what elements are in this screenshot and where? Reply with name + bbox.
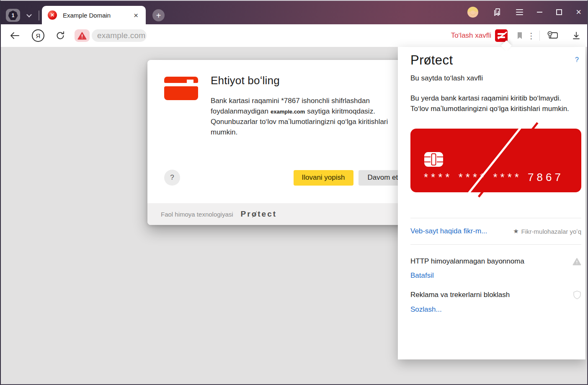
refresh-icon[interactable] (55, 30, 66, 41)
masked-card-number: **** **** **** 7867 (424, 171, 564, 184)
dialog-domain: example.com (271, 109, 305, 115)
bookmark-icon[interactable] (516, 31, 524, 40)
http-warning-icon (573, 258, 581, 266)
chevron-down-icon[interactable] (26, 12, 32, 18)
more-options-icon[interactable]: ⋮ (527, 31, 535, 41)
star-icon: ★ (513, 227, 518, 235)
panel-divider (410, 218, 581, 218)
close-app-button[interactable]: Ilovani yopish (294, 170, 353, 186)
bookmarks-collections-icon[interactable] (492, 7, 502, 17)
protect-warning-dialog: Ehtiyot boʻling Bank kartasi raqamini *7… (147, 60, 424, 225)
card-chip-icon (424, 152, 444, 167)
url-text: example.com (97, 31, 145, 40)
address-bar[interactable]: example.com (92, 29, 147, 42)
site-danger-badge[interactable] (75, 29, 90, 42)
credit-card-icon (164, 77, 198, 100)
ads-section-title: Reklama va trekerlarni bloklash (410, 291, 510, 299)
site-feedback-link[interactable]: Veb-sayt haqida fikr-m... (410, 227, 487, 235)
dialog-footer: Faol himoya texnologiyasi Protect (147, 203, 424, 225)
dialog-body: Bank kartasi raqamini *7867 ishonchli sh… (211, 96, 408, 137)
tab-counter-value: 1 (8, 10, 18, 20)
protect-shield-icon[interactable] (495, 29, 508, 42)
error-favicon-icon: ✕ (48, 10, 57, 20)
window-maximize-button[interactable] (556, 9, 562, 15)
protect-logo: Protect (241, 209, 277, 219)
tab-close-icon[interactable]: × (132, 10, 140, 20)
new-tab-button[interactable]: + (152, 9, 165, 21)
dialog-title: Ehtiyot boʻling (211, 74, 416, 87)
tab-group-control[interactable]: 1 (6, 9, 39, 22)
toolbar-divider (539, 31, 540, 41)
panel-divider (410, 244, 581, 245)
adblock-settings-link[interactable]: Sozlash... (410, 305, 442, 314)
title-bar: 1 ✕ Example Domain × + × (0, 0, 588, 24)
window-close-button[interactable]: × (576, 8, 581, 17)
adblock-shield-icon (573, 290, 581, 300)
protect-tagline: Faol himoya texnologiyasi (161, 211, 233, 218)
download-icon[interactable] (571, 31, 581, 41)
payment-danger-label: Toʻlash xavfli (451, 31, 491, 40)
bank-card-image: **** **** **** 7867 (410, 129, 581, 192)
menu-icon[interactable] (516, 9, 523, 15)
panel-status-text: Bu saytda toʻlash xavfli (410, 74, 581, 83)
window-minimize-button[interactable] (537, 12, 542, 13)
browser-toolbar: Я example.com Toʻlash xavfli ⋮ (0, 24, 588, 47)
dialog-help-button[interactable]: ? (164, 170, 180, 186)
http-details-link[interactable]: Batafsil (410, 271, 434, 280)
panel-help-link[interactable]: ? (575, 56, 579, 64)
http-section-title: HTTP himoyalanmagan bayonnoma (410, 257, 524, 266)
protect-panel: Protect ? Bu saytda toʻlash xavfli Bu ye… (398, 47, 585, 359)
yandex-home-icon[interactable]: Я (32, 29, 44, 42)
back-icon[interactable] (9, 31, 20, 41)
tab-counter-badge[interactable]: 1 (6, 9, 20, 22)
tab-title: Example Domain (57, 12, 132, 19)
extensions-icon[interactable] (545, 29, 560, 42)
profile-avatar[interactable] (467, 7, 478, 18)
panel-protect-logo: Protect (410, 53, 453, 68)
warning-triangle-icon (77, 32, 87, 40)
feedback-status: ★Fikr-mulohazalar yoʻq (513, 227, 581, 235)
panel-description: Bu yerda bank kartasi raqamini kiritib b… (410, 93, 580, 114)
titlebar-divider (39, 10, 39, 21)
browser-tab[interactable]: ✕ Example Domain × (42, 6, 146, 24)
blocked-card-illustration: **** **** **** 7867 (410, 129, 581, 192)
